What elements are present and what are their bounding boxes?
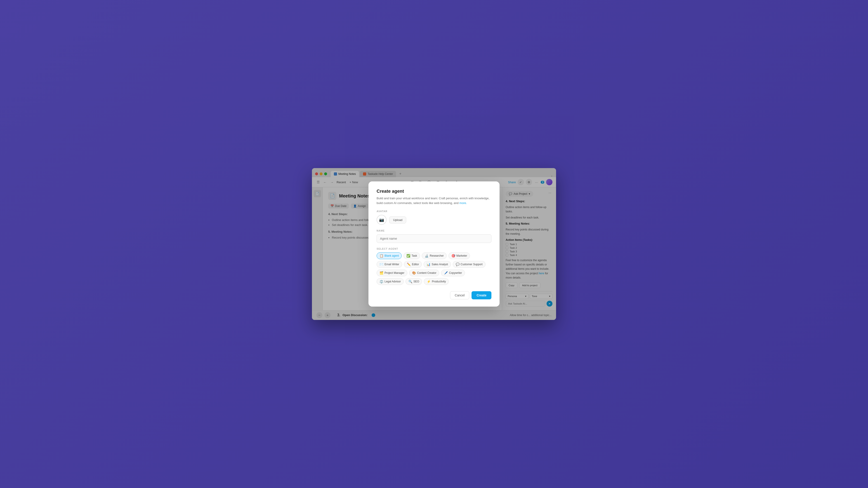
upload-button[interactable]: Upload <box>389 217 406 223</box>
agent-chip-seo[interactable]: 🔍SEO <box>405 278 422 285</box>
agent-label-email-writer: Email Writer <box>384 263 399 266</box>
agent-chip-productivity[interactable]: ⚡Productivity <box>424 278 449 285</box>
agent-label-blank: Blank agent <box>384 254 399 257</box>
agent-icon-sales-analyst: 📊 <box>427 263 430 266</box>
agent-icon-customer-support: 💬 <box>456 263 460 266</box>
modal-overlay[interactable]: Create agent Build and train your virtua… <box>0 0 868 488</box>
agent-chip-task[interactable]: ✅Task <box>403 252 420 259</box>
agent-chip-legal-advisor[interactable]: ⚖️Legal Advisor <box>377 278 404 285</box>
avatar-row: 📷 Upload <box>377 215 491 225</box>
modal-footer: Cancel Create <box>377 291 491 299</box>
agent-icon-editor: ✏️ <box>407 263 411 266</box>
agent-label-editor: Editor <box>412 263 419 266</box>
agent-label-marketer: Marketer <box>456 254 467 257</box>
agent-label-productivity: Productivity <box>432 280 446 283</box>
agent-label-content-creator: Content Creator <box>417 271 436 274</box>
agent-icon-copywriter: 🖊️ <box>444 271 448 275</box>
camera-icon: 📷 <box>379 217 384 222</box>
agent-label-project-manager: Project Manager <box>384 271 404 274</box>
agent-label-seo: SEO <box>413 280 419 283</box>
agent-icon-project-manager: 🗂️ <box>379 271 383 275</box>
cancel-button[interactable]: Cancel <box>450 291 469 299</box>
agent-icon-marketer: 🎯 <box>452 254 455 258</box>
create-agent-modal: Create agent Build and train your virtua… <box>368 182 500 307</box>
agent-chip-researcher[interactable]: 🔬Researcher <box>422 252 447 259</box>
agent-chip-project-manager[interactable]: 🗂️Project Manager <box>377 269 407 276</box>
agent-chip-blank[interactable]: 📋Blank agent <box>377 252 402 259</box>
avatar-upload-circle[interactable]: 📷 <box>377 215 386 225</box>
agent-icon-productivity: ⚡ <box>427 280 431 283</box>
agent-label-task: Task <box>411 254 417 257</box>
modal-description: Build and train your virtual workforce a… <box>377 196 491 205</box>
agent-chip-content-creator[interactable]: 🎨Content Creator <box>409 269 439 276</box>
agent-chip-customer-support[interactable]: 💬Customer Support <box>453 261 486 268</box>
agent-icon-blank: 📋 <box>379 254 383 258</box>
agent-label-copywriter: Copywriter <box>449 271 462 274</box>
agent-icon-content-creator: 🎨 <box>412 271 416 275</box>
agent-label-customer-support: Customer Support <box>461 263 483 266</box>
agent-label-sales-analyst: Sales Analyst <box>432 263 448 266</box>
avatar-section-label: AVATAR <box>377 210 491 213</box>
create-button[interactable]: Create <box>471 291 491 299</box>
modal-title: Create agent <box>377 189 491 194</box>
agent-icon-researcher: 🔬 <box>425 254 429 258</box>
agent-chip-editor[interactable]: ✏️Editor <box>404 261 422 268</box>
agent-icon-legal-advisor: ⚖️ <box>379 280 383 283</box>
agent-chip-sales-analyst[interactable]: 📊Sales Analyst <box>424 261 451 268</box>
agent-icon-seo: 🔍 <box>408 280 412 283</box>
select-agent-section-label: SELECT AGENT <box>377 248 491 250</box>
agent-name-input[interactable] <box>377 234 491 243</box>
agent-label-researcher: Researcher <box>430 254 444 257</box>
agent-grid: 📋Blank agent✅Task🔬Researcher🎯Marketer✉️E… <box>377 252 491 285</box>
agent-chip-marketer[interactable]: 🎯Marketer <box>448 252 470 259</box>
name-section-label: NAME <box>377 229 491 232</box>
agent-chip-email-writer[interactable]: ✉️Email Writer <box>377 261 402 268</box>
agent-label-legal-advisor: Legal Advisor <box>384 280 401 283</box>
agent-icon-email-writer: ✉️ <box>379 263 383 266</box>
modal-more-link[interactable]: more. <box>459 201 467 205</box>
modal-desc-text: Build and train your virtual workforce a… <box>377 197 489 205</box>
agent-chip-copywriter[interactable]: 🖊️Copywriter <box>441 269 465 276</box>
agent-icon-task: ✅ <box>406 254 410 258</box>
